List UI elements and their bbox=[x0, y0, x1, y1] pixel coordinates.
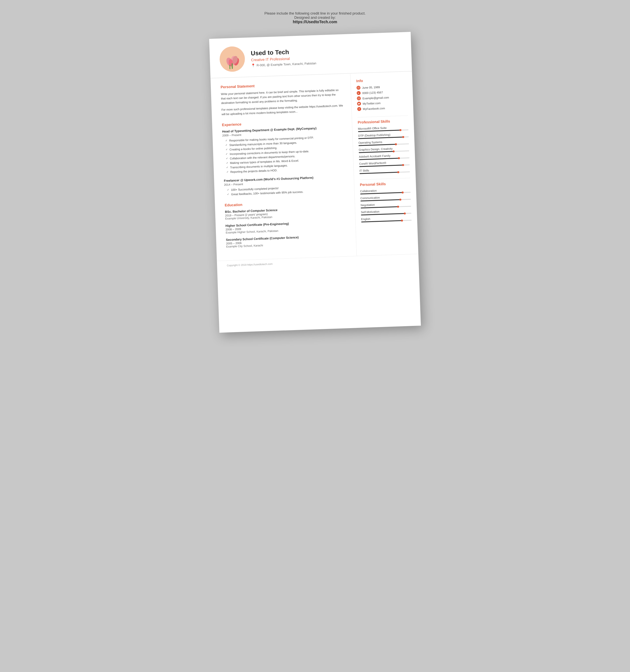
edu-1: BSc. Bachelor of Computer Science 2019 –… bbox=[225, 206, 348, 220]
skill-bar-fill bbox=[360, 172, 399, 174]
resume-header: Used to Tech Creative IT Professional 📍 … bbox=[209, 32, 412, 78]
skill-item: Microsoft® Office Suite bbox=[358, 125, 408, 132]
phone-icon bbox=[357, 91, 361, 95]
skill-bar-dot bbox=[402, 136, 404, 138]
divider2 bbox=[360, 178, 410, 180]
person-address: 📍 R-000, @ Example Town, Karachi, Pakist… bbox=[251, 61, 316, 67]
skill-item: Communication bbox=[360, 195, 411, 201]
personal-statement-para1: Write your personal statement here. It c… bbox=[221, 88, 344, 105]
credit-line2: Designed and created by: bbox=[264, 16, 365, 20]
twitter-icon bbox=[357, 102, 361, 105]
skill-bar-dot bbox=[399, 198, 401, 200]
svg-rect-12 bbox=[358, 98, 360, 99]
credit-line1: Please include the following credit line… bbox=[264, 11, 365, 16]
skill-bar-dot bbox=[402, 192, 404, 193]
edu-3: Secondary School Certificate (Computer S… bbox=[226, 234, 349, 248]
skill-bar-dot bbox=[399, 129, 401, 131]
info-email: Example@gmail.com bbox=[357, 95, 407, 100]
credit-link: https://UsedtoTech.com bbox=[264, 20, 365, 24]
personal-skills-title: Personal Skills bbox=[360, 181, 410, 187]
svg-rect-6 bbox=[232, 63, 233, 69]
experience-title: Experience bbox=[222, 118, 345, 127]
skill-bar-dot bbox=[392, 150, 394, 152]
personal-skills-section: Personal Skills Collaboration Communicat… bbox=[360, 181, 412, 222]
personal-statement-para2: For more such professional templates ple… bbox=[221, 103, 344, 117]
avatar bbox=[219, 46, 245, 72]
skill-item: Operating Systems bbox=[358, 140, 409, 146]
svg-rect-7 bbox=[229, 65, 231, 69]
skill-bar-dot bbox=[397, 171, 399, 173]
edu-2: Higher School Certificate (Pre-Engineeri… bbox=[225, 220, 348, 234]
info-twitter: MyTwitter.com bbox=[357, 100, 407, 105]
divider bbox=[358, 115, 408, 117]
skill-item: Corel® WordPerfect® bbox=[359, 161, 410, 167]
job-1-duties: Responsible for making books ready for c… bbox=[222, 135, 346, 174]
skill-bar-dot bbox=[404, 213, 406, 215]
personal-statement-title: Personal Statement bbox=[221, 81, 344, 89]
skill-bar-dot bbox=[402, 164, 404, 166]
facebook-icon bbox=[357, 107, 361, 111]
skill-item: Graphics Design, Creativity bbox=[359, 146, 409, 153]
skill-item: Negotiation bbox=[361, 202, 411, 208]
person-name: Used to Tech bbox=[250, 47, 316, 57]
skill-item: Self-Motivation bbox=[361, 209, 411, 215]
resume-document: Used to Tech Creative IT Professional 📍 … bbox=[209, 32, 421, 333]
personal-skills-list: Collaboration Communication Negotiation … bbox=[360, 188, 412, 222]
experience-section: Experience Head of Typesetting Departmen… bbox=[222, 118, 347, 197]
education-title: Education bbox=[224, 199, 347, 207]
info-title: Info bbox=[356, 77, 407, 83]
info-phone: 0000 (123) 4567 bbox=[357, 89, 407, 95]
credit-section: Please include the following credit line… bbox=[264, 11, 365, 24]
skill-bar-dot bbox=[395, 143, 397, 145]
skill-item: IT Skills bbox=[359, 167, 410, 174]
job-2: Freelancer @ Upwork.com (World's #1 Outs… bbox=[224, 175, 347, 197]
location-icon: 📍 bbox=[251, 63, 256, 68]
skill-bar-dot bbox=[398, 157, 400, 159]
email-icon bbox=[357, 96, 361, 100]
left-column: Personal Statement Write your personal s… bbox=[211, 73, 357, 261]
skill-bar-fill bbox=[358, 144, 396, 146]
professional-skills-title: Professional Skills bbox=[358, 118, 408, 124]
skill-bar-dot bbox=[401, 219, 403, 221]
skill-bar-fill bbox=[361, 206, 398, 209]
info-dob: June 05, 1989 bbox=[357, 84, 407, 90]
skill-item: Collaboration bbox=[360, 188, 410, 194]
professional-skills-section: Professional Skills Microsoft® Office Su… bbox=[358, 118, 410, 174]
skill-bar-fill bbox=[359, 151, 394, 153]
footer-text: Copyright © 2019 https://usedtotech.com bbox=[227, 262, 272, 267]
skill-item: DTP (Desktop Publishing) bbox=[358, 133, 409, 139]
skill-item: English bbox=[361, 216, 412, 222]
calendar-icon bbox=[357, 86, 360, 90]
personal-statement-section: Personal Statement Write your personal s… bbox=[221, 81, 345, 117]
job-2-duties: 100+ Successfully completed projects! Gr… bbox=[224, 184, 347, 197]
resume-body: Personal Statement Write your personal s… bbox=[211, 71, 418, 261]
professional-skills-list: Microsoft® Office Suite DTP (Desktop Pub… bbox=[358, 125, 410, 174]
svg-rect-8 bbox=[358, 87, 359, 89]
info-facebook: MyFacebook.com bbox=[357, 105, 408, 111]
education-section: Education BSc. Bachelor of Computer Scie… bbox=[224, 199, 349, 248]
skill-item: Adobe® Acrobat® Family bbox=[359, 153, 409, 160]
right-column: Info June 05, 1989 0000 (123) 4567 bbox=[350, 71, 419, 256]
header-info: Used to Tech Creative IT Professional 📍 … bbox=[250, 47, 316, 67]
job-1: Head of Typesetting Department @ Example… bbox=[222, 125, 346, 174]
info-section: Info June 05, 1989 0000 (123) 4567 bbox=[356, 77, 408, 111]
skill-bar-dot bbox=[397, 206, 399, 208]
